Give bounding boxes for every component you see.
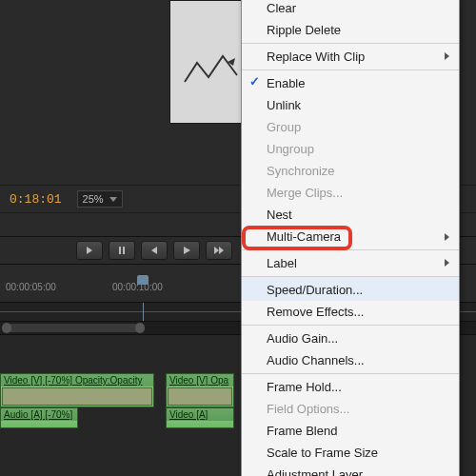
zoom-value: 25% <box>83 193 104 205</box>
menu-frame-hold[interactable]: Frame Hold... <box>242 373 459 398</box>
menu-ripple-delete[interactable]: Ripple Delete <box>242 19 459 41</box>
menu-audio-channels[interactable]: Audio Channels... <box>242 349 459 371</box>
menu-audio-gain[interactable]: Audio Gain... <box>242 325 459 349</box>
check-icon: ✓ <box>249 74 260 89</box>
audio-clip[interactable]: Video [A] <box>166 407 234 428</box>
menu-remove-effects[interactable]: Remove Effects... <box>242 301 459 323</box>
clip-label: Video [V] <box>169 375 208 386</box>
clip-label: Video [V] [-70%] <box>4 375 72 386</box>
clip-gap <box>78 407 166 430</box>
menu-merge-clips: Merge Clips... <box>242 182 459 204</box>
ruler-tick-label: 00:00:05:00 <box>6 282 56 292</box>
svg-rect-1 <box>123 247 125 254</box>
current-timecode[interactable]: 0:18:01 <box>4 190 68 208</box>
menu-clear[interactable]: Clear <box>242 0 459 19</box>
menu-speed-duration[interactable]: Speed/Duration... <box>242 276 459 301</box>
clip-label: Audio [A] [-70%] <box>1 408 77 421</box>
menu-replace-with-clip[interactable]: Replace With Clip <box>242 43 459 68</box>
menu-unlink[interactable]: Unlink <box>242 94 459 116</box>
clip-thumbnail <box>2 387 152 406</box>
submenu-arrow-icon <box>445 52 449 60</box>
menu-adjustment-layer[interactable]: Adjustment Layer <box>242 464 459 476</box>
clip-thumbnail <box>168 387 232 406</box>
play-button[interactable] <box>173 241 200 260</box>
menu-label-submenu[interactable]: Label <box>242 249 459 274</box>
step-forward-button[interactable] <box>206 241 232 260</box>
zoom-level-dropdown[interactable]: 25% <box>77 190 123 208</box>
mark-out-button[interactable] <box>109 241 135 260</box>
menu-enable[interactable]: ✓ Enable <box>242 69 459 94</box>
clip-gap <box>154 373 166 407</box>
zoom-handle-right[interactable] <box>135 323 145 333</box>
clip-effect-label: Opa <box>210 375 228 386</box>
menu-ungroup: Ungroup <box>242 138 459 160</box>
step-back-button[interactable] <box>141 241 168 260</box>
menu-label: Enable <box>267 76 305 90</box>
clip-context-menu: Clear Ripple Delete Replace With Clip ✓ … <box>241 0 460 476</box>
video-clip[interactable]: Video [V] [-70%] Opacity:Opacity <box>0 373 154 407</box>
playhead-handle[interactable] <box>137 275 149 285</box>
menu-scale-to-frame-size[interactable]: Scale to Frame Size <box>242 442 459 464</box>
monitor-content-image <box>180 49 247 87</box>
menu-group: Group <box>242 116 459 138</box>
zoom-thumb[interactable] <box>6 324 139 332</box>
submenu-arrow-icon <box>445 233 449 241</box>
video-clip[interactable]: Video [V] Opa <box>166 373 234 407</box>
menu-label: Replace With Clip <box>267 50 365 64</box>
menu-label: Label <box>267 256 297 270</box>
menu-multi-camera[interactable]: Multi-Camera <box>242 226 459 248</box>
mark-in-button[interactable] <box>76 241 103 260</box>
audio-clip[interactable]: Audio [A] [-70%] <box>0 407 78 428</box>
clip-effect-label: Opacity:Opacity <box>75 375 143 386</box>
menu-frame-blend[interactable]: Frame Blend <box>242 420 459 442</box>
clip-label: Video [A] <box>167 408 233 421</box>
menu-field-options: Field Options... <box>242 398 459 420</box>
zoom-handle-left[interactable] <box>2 323 11 333</box>
dropdown-triangle-icon <box>109 197 117 202</box>
submenu-arrow-icon <box>445 259 449 267</box>
playhead-line <box>143 303 144 321</box>
menu-synchronize: Synchronize <box>242 160 459 182</box>
svg-rect-0 <box>119 247 121 254</box>
menu-label: Multi-Camera <box>267 229 341 244</box>
menu-nest[interactable]: Nest <box>242 204 459 226</box>
